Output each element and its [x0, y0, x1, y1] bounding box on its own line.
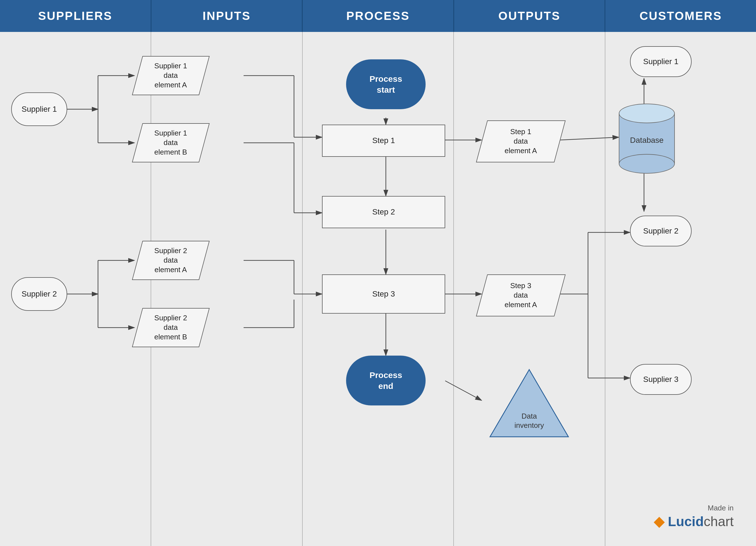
col-inputs	[151, 32, 302, 546]
data-inventory-shape: Data inventory	[487, 367, 571, 440]
diagram-container: SUPPLIERS INPUTS PROCESS OUTPUTS CUSTOME…	[0, 0, 756, 546]
process-end-shape: Process end	[346, 356, 426, 405]
header-suppliers: SUPPLIERS	[0, 0, 151, 32]
headers-row: SUPPLIERS INPUTS PROCESS OUTPUTS CUSTOME…	[0, 0, 756, 32]
input1a-shape: Supplier 1 data element A	[132, 56, 210, 95]
header-outputs: OUTPUTS	[454, 0, 606, 32]
header-process: PROCESS	[303, 0, 454, 32]
input2a-shape: Supplier 2 data element A	[132, 241, 210, 280]
chart-text: chart	[704, 514, 734, 529]
input1b-shape: Supplier 1 data element B	[132, 123, 210, 162]
lucid-text: Lucid	[668, 514, 704, 529]
step3-shape: Step 3	[322, 274, 445, 314]
svg-text:inventory: inventory	[514, 421, 544, 430]
step1-shape: Step 1	[322, 125, 445, 157]
header-inputs: INPUTS	[151, 0, 303, 32]
output3a-shape: Step 3 data element A	[476, 274, 566, 316]
header-customers: CUSTOMERS	[605, 0, 756, 32]
branding: Made in ◆ Lucidchart	[654, 504, 734, 529]
database-shape: Database	[619, 104, 675, 174]
output1a-shape: Step 1 data element A	[476, 120, 566, 162]
customer-supplier3-shape: Supplier 3	[630, 364, 692, 395]
process-start-shape: Process start	[346, 59, 426, 109]
input2b-shape: Supplier 2 data element B	[132, 308, 210, 347]
customer-supplier2-shape: Supplier 2	[630, 216, 692, 246]
supplier2-shape: Supplier 2	[11, 277, 67, 311]
svg-text:Data: Data	[522, 412, 537, 420]
supplier1-shape: Supplier 1	[11, 92, 67, 126]
customer-supplier1-shape: Supplier 1	[630, 46, 692, 77]
step2-shape: Step 2	[322, 196, 445, 228]
